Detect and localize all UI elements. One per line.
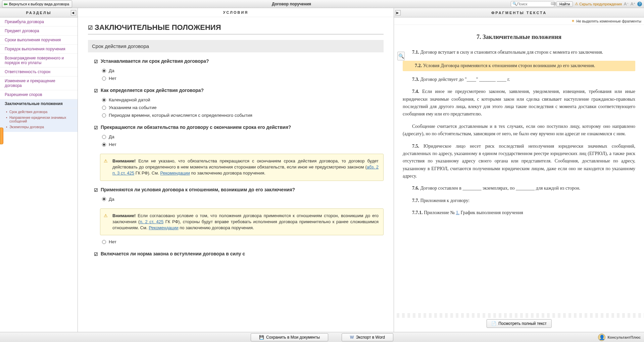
- nav-item-disputes[interactable]: Разрешение споров: [0, 90, 78, 99]
- right-header: ▶ ФРАГМЕНТЫ ТЕКСТА: [394, 8, 644, 17]
- no-highlight-toggle[interactable]: ✦Не выделять измененные фрагменты: [571, 18, 641, 23]
- option-yes[interactable]: Да: [102, 195, 384, 203]
- right-toolbar: ✦Не выделять измененные фрагменты: [394, 17, 644, 25]
- question-5-partial: ☑ Включается ли норма закона о вступлени…: [94, 251, 384, 257]
- torn-edge-decoration: [394, 313, 644, 318]
- radio-icon[interactable]: [102, 98, 106, 102]
- option-no[interactable]: Нет: [102, 75, 384, 82]
- search-box[interactable]: 🔍 ⌨: [511, 1, 554, 7]
- document-body[interactable]: 🔍 7. Заключительные положения 7.1. Догов…: [394, 25, 644, 332]
- word-icon: W: [350, 335, 354, 340]
- center-scroll[interactable]: ☑ ЗАКЛЮЧИТЕЛЬНЫЕ ПОЛОЖЕНИЯ Срок действия…: [78, 17, 394, 332]
- subsection-title: Срок действия договора: [88, 40, 384, 52]
- radio-icon[interactable]: [102, 69, 106, 73]
- doc-section-title: 7. Заключительные положения: [403, 34, 635, 41]
- checkbox-icon[interactable]: ☑: [94, 125, 98, 130]
- options-4b: Нет: [102, 238, 384, 246]
- expand-panel-icon[interactable]: ▶: [395, 10, 401, 15]
- document-icon: 📄: [491, 321, 496, 326]
- option-calendar-date[interactable]: Календарной датой: [102, 96, 384, 104]
- checkbox-icon[interactable]: ☑: [94, 188, 98, 193]
- checkbox-icon[interactable]: ☑: [88, 25, 93, 31]
- nav-item-changes[interactable]: Изменение и прекращение договора: [0, 77, 78, 90]
- checkbox-icon[interactable]: ☑: [94, 59, 98, 64]
- sub-nav-copies[interactable]: Экземпляры договора: [0, 124, 78, 130]
- find-button[interactable]: Найти: [556, 1, 573, 7]
- question-4: ☑ Применяются ли условия договора к отно…: [94, 187, 384, 193]
- radio-icon[interactable]: [102, 240, 106, 244]
- radio-icon[interactable]: [102, 135, 106, 139]
- document-title: Договор поручения: [72, 2, 511, 6]
- sub-nav-notices[interactable]: Направление юридически значимых сообщени…: [0, 115, 78, 124]
- option-yes[interactable]: Да: [102, 67, 384, 75]
- nav-item-remuneration[interactable]: Вознаграждение поверенного и порядок его…: [0, 54, 78, 67]
- collapse-sidebar-icon[interactable]: ◀: [71, 10, 76, 15]
- font-decrease-icon[interactable]: A⁻: [624, 2, 629, 6]
- top-right-controls: 🔍 ⌨ Найти ⚠ Скрыть предупреждения A⁻ A⁺ …: [511, 1, 642, 7]
- page-view-icon[interactable]: 🔍: [397, 52, 405, 60]
- right-panel: ▶ ФРАГМЕНТЫ ТЕКСТА ✦Не выделять измененн…: [394, 8, 644, 332]
- warning-box-1: ⚠ Внимание! Если не указано, что обязате…: [100, 154, 384, 181]
- bottom-bar: 💾 Сохранить в Мои документы W Экспорт в …: [0, 332, 644, 342]
- option-event[interactable]: Указанием на событие: [102, 104, 384, 111]
- law-link[interactable]: п. 2 ст. 425: [140, 219, 163, 224]
- warning-box-2: ⚠ Внимание! Если согласовано условие о т…: [100, 208, 384, 236]
- sub-nav-term[interactable]: Срок действия договора: [0, 109, 78, 115]
- search-input[interactable]: [517, 2, 551, 6]
- question-1: ☑ Устанавливается ли срок действия догов…: [94, 58, 384, 64]
- back-label: Вернуться к выбору вида договора: [9, 2, 69, 6]
- warning-icon: ⚠: [104, 158, 109, 163]
- help-icon[interactable]: ?: [637, 2, 642, 6]
- brand-label: 👤 КонсультантПлюс: [598, 334, 641, 341]
- doc-clause-7-4: 7.4. Если иное не предусмотрено законом,…: [403, 88, 635, 118]
- warning-icon: ⚠: [104, 213, 109, 217]
- top-bar: ⬅ Вернуться к выбору вида договора Догов…: [0, 0, 644, 8]
- doc-clause-7-7-1: 7.7.1. Приложение № 1. График выполнения…: [403, 209, 635, 216]
- attachment-link[interactable]: 1.: [456, 210, 460, 215]
- options-3: Да Нет: [102, 133, 384, 148]
- option-period[interactable]: Периодом времени, который исчисляется с …: [102, 111, 384, 119]
- side-tab-handle[interactable]: [0, 128, 3, 144]
- nav-item-responsibility[interactable]: Ответственность сторон: [0, 67, 78, 77]
- checkbox-icon[interactable]: ☑: [94, 252, 98, 257]
- keyboard-icon[interactable]: ⌨: [551, 2, 556, 6]
- options-4: Да: [102, 195, 384, 203]
- doc-clause-7-5: 7.5. Юридическое лицо несет риск последс…: [403, 143, 635, 180]
- sub-nav: Срок действия договора Направление юриди…: [0, 108, 78, 132]
- font-increase-icon[interactable]: A⁺: [631, 2, 635, 6]
- radio-icon[interactable]: [102, 77, 106, 81]
- doc-clause-7-4b: Сообщение считается доставленным и в тех…: [403, 123, 635, 138]
- nav-item-order[interactable]: Порядок выполнения поручения: [0, 45, 78, 54]
- nav-item-terms[interactable]: Сроки выполнения поручения: [0, 36, 78, 45]
- radio-icon[interactable]: [102, 197, 106, 201]
- save-button[interactable]: 💾 Сохранить в Мои документы: [251, 333, 328, 341]
- export-word-button[interactable]: W Экспорт в Word: [342, 333, 393, 341]
- checkbox-icon[interactable]: ☑: [94, 88, 98, 93]
- option-no[interactable]: Нет: [102, 238, 384, 246]
- back-button[interactable]: ⬅ Вернуться к выбору вида договора: [2, 0, 72, 8]
- warning-icon: ⚠: [575, 2, 578, 6]
- heading-divider: [88, 34, 384, 35]
- nav-item-subject[interactable]: Предмет договора: [0, 27, 78, 36]
- radio-icon[interactable]: [102, 106, 106, 110]
- nav-item-preamble[interactable]: Преамбула договора: [0, 17, 78, 27]
- star-icon: ✦: [571, 18, 575, 23]
- doc-clause-7-1: 7.1. Договор вступает в силу и становитс…: [403, 49, 635, 56]
- save-icon: 💾: [259, 335, 264, 340]
- radio-icon[interactable]: [102, 113, 106, 117]
- view-full-text-button[interactable]: 📄 Посмотреть полный текст: [486, 319, 552, 328]
- radio-icon[interactable]: [102, 143, 106, 147]
- nav-item-final[interactable]: Заключительные положения: [0, 99, 78, 108]
- recommendations-link[interactable]: Рекомендации: [160, 170, 190, 176]
- brand-icon: 👤: [598, 334, 605, 341]
- doc-clause-7-3: 7.3. Договор действует до "____" _______…: [403, 76, 635, 83]
- recommendations-link[interactable]: Рекомендации: [149, 225, 179, 230]
- question-2: ☑ Как определяется срок действия договор…: [94, 88, 384, 93]
- option-yes[interactable]: Да: [102, 133, 384, 141]
- main-heading: ☑ ЗАКЛЮЧИТЕЛЬНЫЕ ПОЛОЖЕНИЯ: [88, 23, 384, 32]
- doc-clause-7-7: 7.7. Приложения к договору:: [403, 197, 635, 204]
- question-3: ☑ Прекращаются ли обязательства по догов…: [94, 125, 384, 130]
- option-no[interactable]: Нет: [102, 141, 384, 148]
- sidebar: РАЗДЕЛЫ ◀ Преамбула договора Предмет дог…: [0, 8, 78, 332]
- hide-warnings-link[interactable]: ⚠ Скрыть предупреждения: [575, 2, 622, 6]
